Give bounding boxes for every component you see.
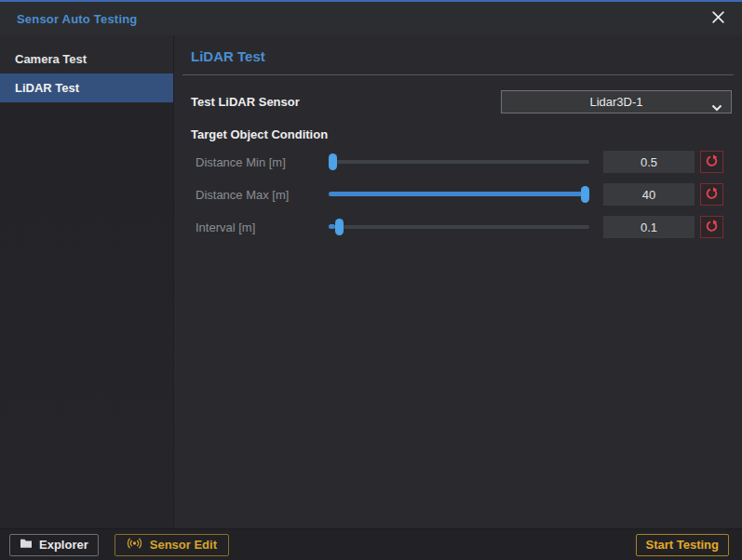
distance-max-value-field[interactable]: 40	[603, 183, 695, 206]
close-button[interactable]	[705, 6, 731, 32]
interval-reset-button[interactable]	[700, 216, 723, 238]
test-lidar-sensor-row: Test LiDAR Sensor Lidar3D-1	[191, 89, 732, 113]
sensor-edit-label: Sensor Edit	[150, 538, 217, 552]
distance-max-reset-button[interactable]	[700, 183, 723, 206]
test-lidar-sensor-label: Test LiDAR Sensor	[191, 95, 300, 109]
slider-handle[interactable]	[329, 153, 337, 170]
sensor-auto-testing-window: Sensor Auto Testing Camera Test LiDAR Te…	[0, 0, 742, 560]
sensor-edit-button[interactable]: Sensor Edit	[115, 534, 229, 556]
start-testing-label: Start Testing	[646, 538, 720, 552]
window-body: Camera Test LiDAR Test LiDAR Test Test L…	[0, 35, 742, 528]
distance-max-slider[interactable]	[329, 183, 589, 206]
slider-handle[interactable]	[335, 219, 344, 235]
interval-row: Interval [m] 0.1	[191, 216, 732, 238]
reset-icon	[705, 186, 719, 203]
lidar-sensor-dropdown[interactable]: Lidar3D-1	[501, 90, 732, 113]
slider-track[interactable]	[329, 225, 589, 229]
distance-max-label: Distance Max [m]	[191, 188, 329, 202]
sidebar: Camera Test LiDAR Test	[0, 35, 174, 528]
page-title: LiDAR Test	[191, 48, 732, 64]
sidebar-item-lidar-test[interactable]: LiDAR Test	[0, 73, 173, 102]
slider-track[interactable]	[329, 160, 589, 164]
slider-fill	[329, 224, 335, 229]
distance-max-row: Distance Max [m] 40	[191, 183, 732, 206]
distance-min-row: Distance Min [m] 0.5	[191, 151, 732, 173]
broadcast-icon	[127, 538, 142, 552]
section-divider	[182, 74, 734, 75]
distance-min-slider[interactable]	[329, 151, 589, 173]
slider-group: Distance Min [m] 0.5	[191, 151, 732, 238]
interval-value-field[interactable]: 0.1	[603, 216, 695, 238]
interval-slider[interactable]	[329, 216, 589, 238]
explorer-label: Explorer	[39, 538, 88, 552]
target-object-condition-title: Target Object Condition	[191, 127, 732, 141]
start-testing-button[interactable]: Start Testing	[636, 534, 730, 556]
distance-min-label: Distance Min [m]	[191, 155, 329, 169]
slider-handle[interactable]	[581, 186, 589, 203]
titlebar: Sensor Auto Testing	[0, 2, 742, 35]
reset-icon	[705, 153, 719, 170]
distance-min-reset-button[interactable]	[700, 151, 723, 173]
slider-fill	[329, 192, 589, 196]
explorer-button[interactable]: Explorer	[9, 534, 99, 556]
sidebar-item-camera-test[interactable]: Camera Test	[0, 45, 173, 73]
main-panel: LiDAR Test Test LiDAR Sensor Lidar3D-1 T…	[174, 35, 742, 528]
footer-toolbar: Explorer Sensor Edit Start Testing	[0, 528, 742, 560]
folder-icon	[20, 538, 33, 552]
window-title: Sensor Auto Testing	[17, 12, 137, 26]
reset-icon	[705, 219, 719, 235]
distance-min-value-field[interactable]: 0.5	[603, 151, 695, 173]
close-icon	[711, 10, 725, 27]
dropdown-selected-value: Lidar3D-1	[589, 95, 642, 109]
interval-label: Interval [m]	[191, 220, 329, 234]
chevron-down-icon	[711, 99, 722, 115]
